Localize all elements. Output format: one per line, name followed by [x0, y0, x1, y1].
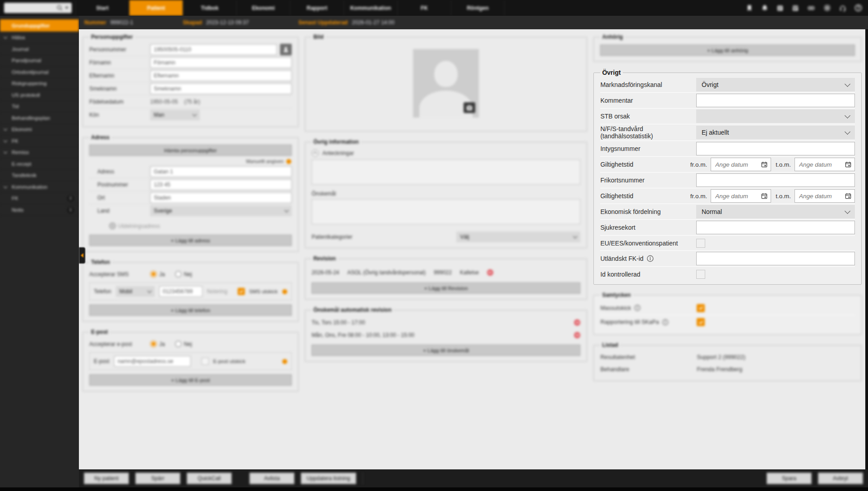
onskemal-textarea[interactable] — [312, 199, 581, 224]
telefon-typ-select[interactable]: Mobil — [116, 286, 155, 297]
epost-utskick-checkbox[interactable] — [202, 358, 209, 365]
delete-revision-icon[interactable] — [487, 269, 493, 276]
giltighetstid-from-input[interactable] — [714, 161, 761, 168]
tab-ekonomi[interactable]: Ekonomi — [236, 0, 290, 16]
sjukresekort-input[interactable] — [696, 221, 855, 234]
spara-button[interactable]: Spara — [767, 473, 812, 484]
kommentar-input[interactable] — [696, 94, 855, 107]
lagg-till-adress-button[interactable]: + Lägg till adress — [89, 235, 292, 246]
sidebar-item-e-recept[interactable]: E-recept — [0, 159, 79, 170]
epost-nej-radio[interactable] — [175, 341, 182, 347]
personnummer-input[interactable] — [150, 44, 277, 55]
quickcall-button[interactable]: QuickCall — [187, 473, 232, 484]
sparr-button[interactable]: Spärr — [135, 473, 180, 484]
calendar-icon[interactable] — [845, 192, 851, 200]
lagg-till-telefon-button[interactable]: + Lägg till telefon — [89, 305, 292, 316]
sidebar-item-fk[interactable]: FK — [0, 136, 79, 147]
info-icon[interactable] — [662, 319, 669, 326]
sms-nej-radio[interactable] — [175, 271, 182, 277]
sidebar-item-ekonomi[interactable]: Ekonomi — [0, 124, 79, 136]
sms-ja-radio[interactable] — [150, 271, 157, 277]
avbryt-button[interactable]: Avbryt — [818, 473, 863, 484]
fetch-person-button[interactable] — [280, 44, 292, 55]
take-photo-button[interactable] — [464, 102, 475, 113]
id-kontrollerad-checkbox[interactable] — [696, 270, 705, 279]
lagg-till-anhorig-button[interactable]: + Lägg till anhörig — [600, 45, 855, 56]
ort-input[interactable] — [150, 192, 292, 203]
sidebar-item-journal[interactable]: Journal — [0, 44, 79, 55]
sidebar-item-riskgruppering[interactable]: Riskgruppering — [0, 78, 79, 90]
tab-rapport[interactable]: Rapport — [290, 0, 344, 16]
tab-rontgen[interactable]: Röntgen — [451, 0, 505, 16]
info-icon[interactable] — [647, 255, 654, 262]
delete-onskemal-icon[interactable] — [574, 332, 580, 338]
sidebar-item-kommunikation[interactable]: Kommunikation — [0, 182, 79, 193]
smeknamn-input[interactable] — [150, 83, 292, 94]
sidebar-item-notis[interactable]: Notis0 — [0, 205, 79, 216]
sidebar-collapse-handle[interactable] — [79, 247, 85, 264]
frikort-tom-input[interactable] — [798, 192, 845, 200]
search-dropdown-caret-icon[interactable] — [65, 7, 69, 9]
adress-input[interactable] — [150, 166, 292, 177]
massutskick-checkbox[interactable] — [697, 304, 705, 312]
lagg-till-onskemal-button[interactable]: + Lägg till önskemål — [312, 345, 581, 356]
avlista-button[interactable]: Avlista — [249, 473, 294, 484]
stb-orsak-select[interactable] — [696, 109, 855, 123]
ny-patient-button[interactable]: Ny patient — [84, 473, 129, 484]
bookmark-icon[interactable] — [745, 4, 753, 12]
giltighetstid-tom-input[interactable] — [798, 161, 845, 168]
anteckningar-textarea[interactable] — [312, 159, 581, 185]
epost-ja-radio[interactable] — [150, 341, 157, 347]
sidebar-item-tandteknik[interactable]: Tandteknik — [0, 170, 79, 182]
lagg-till-revision-button[interactable]: + Lägg till Revision — [312, 282, 581, 294]
calendar-icon[interactable] — [845, 161, 851, 168]
intygsnummer-input[interactable] — [696, 142, 855, 155]
patientkategorier-select[interactable]: Välj — [456, 232, 580, 242]
tab-patient[interactable]: Patient — [129, 0, 183, 16]
link-icon[interactable] — [807, 4, 816, 12]
calendar-icon[interactable] — [791, 4, 799, 12]
sidebar-item-tid[interactable]: Tid — [0, 101, 79, 113]
help-icon[interactable] — [854, 4, 863, 12]
land-select[interactable]: Sverige — [150, 205, 292, 216]
marknadsforingskanal-select[interactable]: Övrigt — [696, 78, 855, 91]
epost-input[interactable] — [114, 356, 191, 367]
info-icon[interactable] — [634, 305, 641, 311]
nfs-tandvard-select[interactable]: Ej aktuellt — [696, 126, 855, 139]
tab-start[interactable]: Start — [75, 0, 129, 16]
tab-fk[interactable]: FK — [397, 0, 451, 16]
global-search-input[interactable] — [4, 3, 72, 13]
notering-placeholder[interactable]: Notering — [207, 288, 227, 295]
kon-select[interactable]: Man — [150, 109, 200, 120]
tab-tidbok[interactable]: Tidbok — [183, 0, 236, 16]
sidebar-item-parodjournal[interactable]: Parodjournal — [0, 55, 79, 67]
collapse-anteckningar-button[interactable] — [312, 150, 319, 157]
sidebar-item-remiss[interactable]: Remiss — [0, 147, 79, 159]
frikortsnummer-input[interactable] — [696, 173, 855, 187]
ekonomisk-fordelning-select[interactable]: Normal — [696, 205, 855, 218]
bell-icon[interactable] — [761, 4, 769, 12]
utlandskt-fkid-input[interactable] — [696, 252, 855, 265]
calendar-icon[interactable] — [761, 161, 767, 168]
lagg-till-epost-button[interactable]: + Lägg till E-post — [89, 374, 292, 386]
sms-utskick-checkbox[interactable] — [238, 288, 245, 295]
gear-icon[interactable] — [823, 4, 831, 12]
sidebar-item-ortodontijournal[interactable]: Ortodontijournal — [0, 67, 79, 78]
telefonnummer-input[interactable] — [159, 286, 202, 297]
efternamn-input[interactable] — [150, 70, 292, 81]
sidebar-item-grunduppgifter[interactable]: Grunduppgifter — [0, 19, 79, 32]
tab-kommunikation[interactable]: Kommunikation — [344, 0, 397, 16]
delete-onskemal-icon[interactable] — [574, 319, 580, 326]
rapportering-skapa-checkbox[interactable] — [697, 318, 705, 326]
headset-icon[interactable] — [839, 4, 847, 12]
eu-ees-checkbox[interactable] — [696, 239, 705, 248]
hamta-personuppgifter-button[interactable]: Hämta personuppgifter — [89, 145, 292, 156]
sidebar-item-halsa[interactable]: Hälsa — [0, 32, 79, 44]
sidebar-item-fk-notiser[interactable]: FK0 — [0, 193, 79, 205]
sidebar-item-behandlingsplan[interactable]: Behandlingsplan — [0, 113, 79, 124]
calendar-icon[interactable] — [761, 192, 767, 200]
frikort-from-input[interactable] — [714, 192, 761, 200]
uppdatera-listning-button[interactable]: Uppdatera listning — [301, 473, 356, 484]
postnummer-input[interactable] — [150, 179, 292, 190]
sidebar-item-us-protokoll[interactable]: US protokoll — [0, 90, 79, 101]
